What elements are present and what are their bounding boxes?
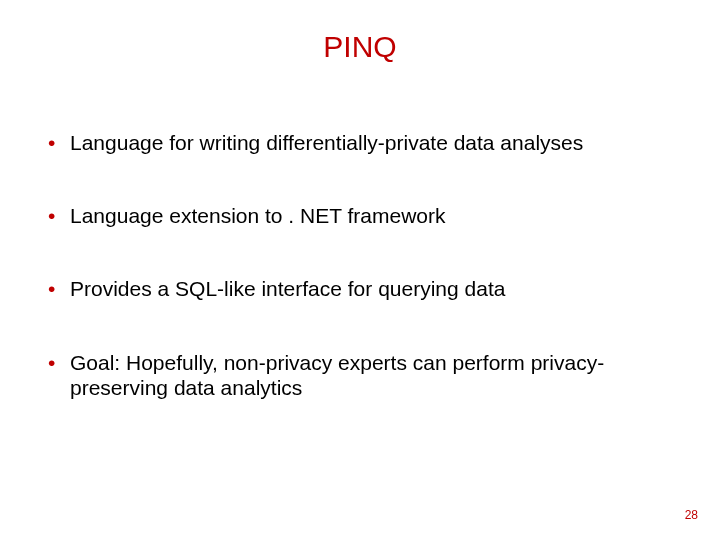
list-item: Goal: Hopefully, non-privacy experts can…: [46, 350, 680, 400]
slide-title: PINQ: [0, 30, 720, 64]
bullet-list: Language for writing differentially-priv…: [46, 130, 680, 400]
list-item: Language for writing differentially-priv…: [46, 130, 680, 155]
list-item: Provides a SQL-like interface for queryi…: [46, 276, 680, 301]
page-number: 28: [685, 508, 698, 522]
slide-body: Language for writing differentially-priv…: [46, 130, 680, 448]
list-item: Language extension to . NET framework: [46, 203, 680, 228]
